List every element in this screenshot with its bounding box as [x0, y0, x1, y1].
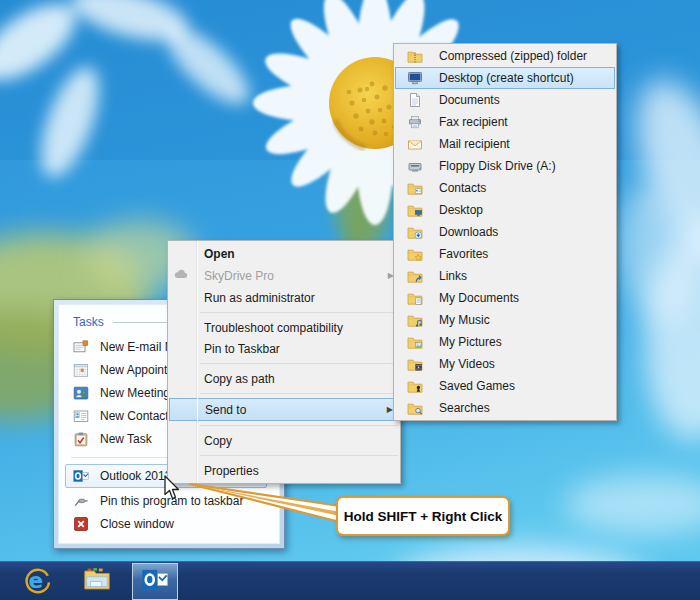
document-icon [407, 92, 423, 108]
sendto-item-contacts[interactable]: Contacts [394, 177, 616, 199]
folder-links-icon [407, 268, 423, 284]
menu-separator [200, 312, 398, 313]
taskbar-item-internet-explorer[interactable]: e [14, 563, 60, 600]
folder-contacts-icon [407, 180, 423, 196]
menu-item-label: Troubleshoot compatibility [204, 321, 394, 335]
folder-pictures-icon [407, 334, 423, 350]
sendto-item-label: Downloads [439, 225, 498, 239]
sendto-item-fax-recipient[interactable]: Fax recipient [394, 111, 616, 133]
sendto-item-label: My Pictures [439, 335, 502, 349]
context-menu-item-skydrive-pro[interactable]: SkyDrive Pro▶ [168, 264, 400, 287]
sendto-item-favorites[interactable]: Favorites [394, 243, 616, 265]
sendto-item-label: My Music [439, 313, 490, 327]
explorer-icon [82, 565, 112, 599]
context-menu-item-open[interactable]: Open [168, 243, 400, 264]
floppy-icon [407, 158, 423, 174]
new-meeting-icon [73, 385, 89, 401]
sendto-item-downloads[interactable]: Downloads [394, 221, 616, 243]
new-email-icon [73, 339, 89, 355]
sendto-item-label: Compressed (zipped) folder [439, 49, 587, 63]
sendto-item-my-pictures[interactable]: My Pictures [394, 331, 616, 353]
callout-annotation: Hold SHIFT + Right Click [336, 496, 510, 536]
sendto-item-links[interactable]: Links [394, 265, 616, 287]
menu-item-label: Open [204, 247, 394, 261]
sendto-item-label: Contacts [439, 181, 486, 195]
folder-documents-icon [407, 290, 423, 306]
sendto-item-label: Fax recipient [439, 115, 508, 129]
menu-separator [200, 425, 398, 426]
sendto-item-label: Mail recipient [439, 137, 510, 151]
folder-games-icon [407, 378, 423, 394]
folder-desktop-icon [407, 202, 423, 218]
folder-music-icon [407, 312, 423, 328]
menu-item-label: Copy [204, 434, 394, 448]
folder-videos-icon [407, 356, 423, 372]
menu-item-label: Pin to Taskbar [204, 342, 394, 356]
pin-icon [73, 493, 89, 509]
sendto-item-my-videos[interactable]: My Videos [394, 353, 616, 375]
sendto-item-my-music[interactable]: My Music [394, 309, 616, 331]
sendto-item-label: Links [439, 269, 467, 283]
new-task-icon [73, 431, 89, 447]
menu-item-label: Copy as path [204, 372, 394, 386]
context-menu-item-troubleshoot-compatibility[interactable]: Troubleshoot compatibility [168, 317, 400, 338]
sendto-item-label: Saved Games [439, 379, 515, 393]
taskbar-item-outlook[interactable] [132, 563, 178, 600]
context-menu-item-run-as-administrator[interactable]: Run as administrator [168, 287, 400, 308]
sendto-item-desktop-create-shortcut[interactable]: Desktop (create shortcut) [395, 67, 615, 89]
callout-text: Hold SHIFT + Right Click [344, 509, 503, 524]
sendto-item-label: Documents [439, 93, 500, 107]
taskbar: e [0, 561, 700, 600]
context-menu-item-copy[interactable]: Copy [168, 430, 400, 451]
sendto-item-saved-games[interactable]: Saved Games [394, 375, 616, 397]
menu-separator [200, 393, 398, 394]
new-contact-icon [73, 408, 89, 424]
sendto-item-documents[interactable]: Documents [394, 89, 616, 111]
folder-search-icon [407, 400, 423, 416]
menu-item-label: Send to [205, 403, 383, 417]
context-menu: OpenSkyDrive Pro▶Run as administratorTro… [167, 240, 401, 484]
sendto-item-label: Favorites [439, 247, 488, 261]
outlook-logo-big-icon [141, 566, 169, 598]
monitor-icon [407, 70, 423, 86]
menu-separator [200, 455, 398, 456]
sendto-item-searches[interactable]: Searches [394, 397, 616, 419]
mail-icon [407, 136, 423, 152]
sendto-item-label: My Videos [439, 357, 495, 371]
context-menu-item-send-to[interactable]: Send to▶ [169, 398, 399, 421]
fax-icon [407, 114, 423, 130]
context-menu-item-copy-as-path[interactable]: Copy as path [168, 368, 400, 389]
ie-icon: e [22, 565, 52, 599]
sendto-item-mail-recipient[interactable]: Mail recipient [394, 133, 616, 155]
menu-item-label: SkyDrive Pro [204, 269, 384, 283]
outlook-logo-icon [73, 468, 89, 484]
jumplist-item-label: New Contact [100, 409, 169, 423]
sendto-item-desktop[interactable]: Desktop [394, 199, 616, 221]
sendto-item-my-documents[interactable]: My Documents [394, 287, 616, 309]
sendto-item-floppy-disk-drive-a[interactable]: Floppy Disk Drive (A:) [394, 155, 616, 177]
mouse-cursor [163, 475, 185, 501]
folder-downloads-icon [407, 224, 423, 240]
cloud-icon [173, 266, 190, 283]
sendto-item-label: Desktop [439, 203, 483, 217]
folder-favorites-icon [407, 246, 423, 262]
sendto-item-compressed-zipped-folder[interactable]: Compressed (zipped) folder [394, 45, 616, 67]
sendto-item-label: Searches [439, 401, 490, 415]
zip-folder-icon [407, 48, 423, 64]
sendto-item-label: Desktop (create shortcut) [439, 71, 574, 85]
sendto-item-label: My Documents [439, 291, 519, 305]
menu-item-label: Run as administrator [204, 291, 394, 305]
jumplist-item-label: New Meeting [100, 386, 170, 400]
sendto-item-label: Floppy Disk Drive (A:) [439, 159, 556, 173]
menu-separator [200, 363, 398, 364]
tasks-header-label: Tasks [73, 315, 104, 329]
context-menu-item-pin-to-taskbar[interactable]: Pin to Taskbar [168, 338, 400, 359]
close-x-icon [73, 516, 89, 532]
send-to-submenu: Compressed (zipped) folderDesktop (creat… [393, 43, 617, 421]
new-appointment-icon [73, 362, 89, 378]
jumplist-item-label: New Task [100, 432, 152, 446]
taskbar-item-file-explorer[interactable] [74, 563, 120, 600]
